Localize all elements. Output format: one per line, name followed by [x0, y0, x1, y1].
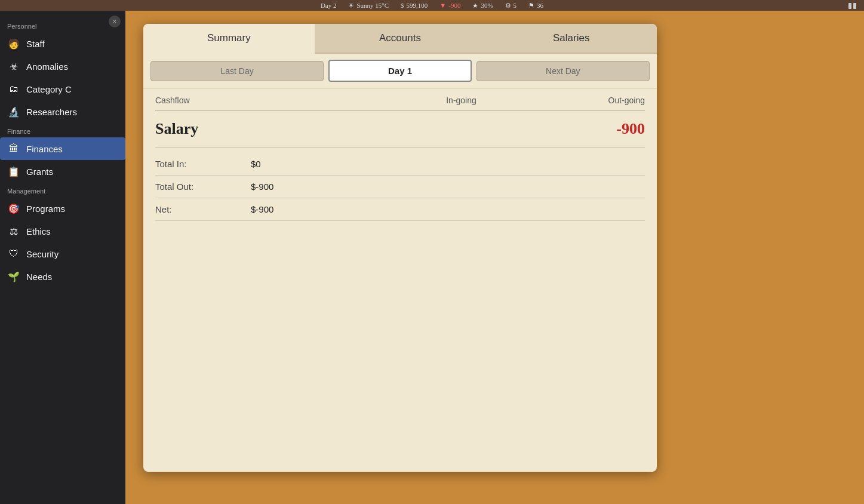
researchers-icon: 🔬	[7, 105, 20, 118]
total-out-value: $-900	[251, 182, 273, 192]
needs-label: Needs	[26, 272, 52, 282]
salary-row: Salary -900	[155, 110, 645, 148]
sidebar-item-ethics[interactable]: ⚖ Ethics	[0, 220, 125, 242]
total-in-label: Total In:	[155, 159, 251, 169]
col-outgoing-label: Out-going	[522, 96, 645, 105]
tab-accounts[interactable]: Accounts	[315, 24, 486, 53]
sidebar-item-grants[interactable]: 📋 Grants	[0, 160, 125, 183]
flag-indicator: ⚑ 36	[528, 2, 543, 10]
category-c-label: Category C	[26, 84, 72, 94]
net-row: Net: $-900	[155, 198, 645, 221]
finance-section-label: Finance	[0, 123, 125, 137]
col-cashflow-label: Cashflow	[155, 96, 400, 105]
current-day-display: Day 1	[328, 60, 471, 82]
money-indicator: $ 599,100	[401, 2, 428, 9]
content-area: Cashflow In-going Out-going Salary -900 …	[143, 88, 657, 472]
sidebar-item-programs[interactable]: 🎯 Programs	[0, 197, 125, 220]
gear-indicator: ⚙ 5	[505, 2, 517, 10]
sidebar-item-anomalies[interactable]: ☣ Anomalies	[0, 55, 125, 78]
sidebar-item-finances[interactable]: 🏛 Finances	[0, 137, 125, 160]
researchers-label: Researchers	[26, 107, 77, 117]
money-delta-indicator: ▼ -900	[439, 2, 460, 9]
finances-icon: 🏛	[7, 142, 20, 155]
anomalies-label: Anomalies	[26, 62, 68, 72]
day-indicator: Day 2	[321, 2, 337, 9]
programs-label: Programs	[26, 204, 65, 214]
salary-label: Salary	[155, 120, 400, 138]
sidebar-item-security[interactable]: 🛡 Security	[0, 242, 125, 265]
security-label: Security	[26, 249, 59, 259]
sidebar-item-needs[interactable]: 🌱 Needs	[0, 265, 125, 288]
security-icon: 🛡	[7, 247, 20, 260]
total-out-label: Total Out:	[155, 182, 251, 192]
top-bar: Day 2 ☀ Sunny 15°C $ 599,100 ▼ -900 ★ 30…	[0, 0, 864, 11]
grants-label: Grants	[26, 167, 53, 177]
category-c-icon: 🗂	[7, 82, 20, 96]
management-section-label: Management	[0, 183, 125, 197]
net-label: Net:	[155, 204, 251, 214]
anomalies-icon: ☣	[7, 60, 20, 73]
tab-salaries[interactable]: Salaries	[485, 24, 657, 53]
salary-out-value: -900	[522, 120, 645, 138]
tabs-bar: Summary Accounts Salaries	[143, 24, 657, 54]
col-ingoing-label: In-going	[400, 96, 522, 105]
sidebar-item-category-c[interactable]: 🗂 Category C	[0, 78, 125, 100]
last-day-button[interactable]: Last Day	[150, 61, 324, 81]
total-out-row: Total Out: $-900	[155, 176, 645, 198]
staff-label: Staff	[26, 39, 45, 49]
ethics-icon: ⚖	[7, 225, 20, 238]
programs-icon: 🎯	[7, 202, 20, 215]
ethics-label: Ethics	[26, 226, 51, 236]
sidebar-item-staff[interactable]: 🧑 Staff	[0, 32, 125, 55]
total-in-row: Total In: $0	[155, 153, 645, 176]
sidebar: × Personnel 🧑 Staff ☣ Anomalies 🗂 Catego…	[0, 11, 125, 504]
tab-summary[interactable]: Summary	[143, 24, 315, 54]
rating-indicator: ★ 30%	[472, 2, 493, 10]
grants-icon: 📋	[7, 165, 20, 178]
main-panel: Summary Accounts Salaries Last Day Day 1…	[143, 24, 657, 472]
total-in-value: $0	[251, 159, 261, 169]
totals-section: Total In: $0 Total Out: $-900 Net: $-900	[155, 148, 645, 226]
staff-icon: 🧑	[7, 37, 20, 50]
cashflow-header: Cashflow In-going Out-going	[155, 88, 645, 110]
weather-indicator: ☀ Sunny 15°C	[348, 2, 389, 10]
sidebar-item-researchers[interactable]: 🔬 Researchers	[0, 100, 125, 123]
close-button[interactable]: ×	[109, 16, 121, 27]
finances-label: Finances	[26, 144, 63, 154]
pause-button[interactable]	[846, 2, 858, 10]
needs-icon: 🌱	[7, 270, 20, 283]
next-day-button[interactable]: Next Day	[476, 61, 650, 81]
net-value: $-900	[251, 204, 273, 214]
personnel-section-label: Personnel	[0, 18, 125, 32]
day-navigation: Last Day Day 1 Next Day	[143, 54, 657, 88]
